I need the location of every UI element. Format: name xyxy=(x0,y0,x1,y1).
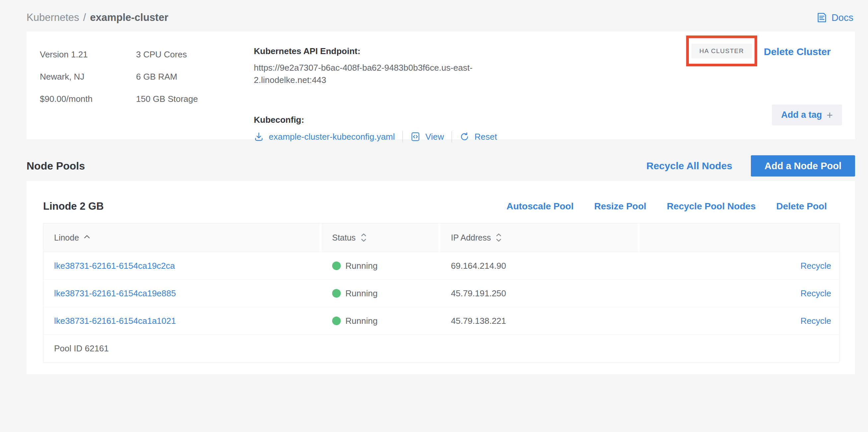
docs-label: Docs xyxy=(832,12,854,23)
table-row: lke38731-62161-6154ca19e885 Running 45.7… xyxy=(43,279,839,307)
status-dot xyxy=(332,316,341,325)
node-ip: 69.164.214.90 xyxy=(451,261,506,271)
breadcrumb: Kubernetes / example-cluster xyxy=(27,11,168,24)
status-text: Running xyxy=(345,261,378,271)
pool-name: Linode 2 GB xyxy=(43,200,104,212)
kubeconfig-label: Kubeconfig: xyxy=(254,115,497,125)
node-link[interactable]: lke38731-62161-6154ca19e885 xyxy=(54,288,176,299)
cluster-version: Version 1.21 xyxy=(40,43,93,66)
cluster-specs-column-2: 3 CPU Cores 6 GB RAM 150 GB Storage xyxy=(136,43,198,110)
status-dot xyxy=(332,261,341,270)
autoscale-pool-button[interactable]: Autoscale Pool xyxy=(506,201,574,212)
add-tag-label: Add a tag xyxy=(781,110,822,120)
ha-cluster-annotation-box: HA CLUSTER xyxy=(686,35,757,66)
api-endpoint-block: Kubernetes API Endpoint: https://9e2a730… xyxy=(254,46,501,86)
status-text: Running xyxy=(345,316,378,326)
divider xyxy=(452,131,452,142)
pool-id-footer: Pool ID 62161 xyxy=(43,335,839,362)
recycle-pool-nodes-button[interactable]: Recycle Pool Nodes xyxy=(667,201,756,212)
sort-chevrons-icon xyxy=(495,232,503,243)
recycle-all-nodes-button[interactable]: Recycle All Nodes xyxy=(646,160,732,172)
node-link[interactable]: lke38731-62161-6154ca1a1021 xyxy=(54,316,176,326)
node-pools-title: Node Pools xyxy=(27,160,85,172)
delete-cluster-button[interactable]: Delete Cluster xyxy=(764,46,831,57)
pool-actions: Autoscale Pool Resize Pool Recycle Pool … xyxy=(506,201,827,212)
docs-link[interactable]: Docs xyxy=(816,12,854,23)
recycle-node-button[interactable]: Recycle xyxy=(801,261,831,271)
view-code-icon xyxy=(410,132,421,142)
breadcrumb-kubernetes[interactable]: Kubernetes xyxy=(27,11,79,24)
kubeconfig-block: Kubeconfig: example-cluster-kubeconfig.y… xyxy=(254,115,497,142)
node-table: Linode Status IP Address xyxy=(43,223,839,363)
docs-icon xyxy=(816,12,828,23)
cluster-storage: 150 GB Storage xyxy=(136,88,198,110)
api-endpoint-label: Kubernetes API Endpoint: xyxy=(254,46,501,56)
table-row: lke38731-62161-6154ca1a1021 Running 45.7… xyxy=(43,307,839,335)
table-row: lke38731-62161-6154ca19c2ca Running 69.1… xyxy=(43,252,839,279)
node-ip: 45.79.191.250 xyxy=(451,288,506,299)
pool-id-text: Pool ID 62161 xyxy=(54,343,109,354)
sort-chevrons-icon xyxy=(360,232,368,243)
cluster-region: Newark, NJ xyxy=(40,66,93,88)
node-ip: 45.79.138.221 xyxy=(451,316,506,326)
reset-icon xyxy=(460,132,469,142)
column-header-status[interactable]: Status xyxy=(321,223,440,252)
delete-pool-button[interactable]: Delete Pool xyxy=(776,201,827,212)
download-icon xyxy=(254,132,264,142)
node-table-header: Linode Status IP Address xyxy=(43,223,839,252)
status-text: Running xyxy=(345,288,378,299)
pool-card-header: Linode 2 GB Autoscale Pool Resize Pool R… xyxy=(43,194,827,219)
recycle-node-button[interactable]: Recycle xyxy=(801,288,831,299)
add-tag-button[interactable]: Add a tag + xyxy=(772,104,842,125)
breadcrumb-cluster-name: example-cluster xyxy=(90,11,168,24)
status-dot xyxy=(332,289,341,298)
cluster-specs-column-1: Version 1.21 Newark, NJ $90.00/month xyxy=(40,43,93,110)
node-pool-card: Linode 2 GB Autoscale Pool Resize Pool R… xyxy=(27,181,855,374)
cluster-ram: 6 GB RAM xyxy=(136,66,198,88)
plus-icon: + xyxy=(827,110,833,120)
breadcrumb-separator: / xyxy=(83,11,86,24)
caret-up-icon xyxy=(83,234,91,239)
add-node-pool-button[interactable]: Add a Node Pool xyxy=(751,155,855,177)
ha-cluster-badge: HA CLUSTER xyxy=(691,44,752,58)
kubeconfig-download-link[interactable]: example-cluster-kubeconfig.yaml xyxy=(269,132,395,142)
cluster-price: $90.00/month xyxy=(40,88,93,110)
column-header-ip[interactable]: IP Address xyxy=(440,223,640,252)
recycle-node-button[interactable]: Recycle xyxy=(801,316,831,326)
column-header-linode[interactable]: Linode xyxy=(43,223,321,252)
column-header-actions xyxy=(640,223,839,252)
kubeconfig-view-link[interactable]: View xyxy=(425,132,444,142)
divider xyxy=(402,131,403,142)
resize-pool-button[interactable]: Resize Pool xyxy=(594,201,646,212)
kubeconfig-reset-link[interactable]: Reset xyxy=(474,132,497,142)
node-pools-header: Node Pools Recycle All Nodes Add a Node … xyxy=(27,151,855,181)
node-link[interactable]: lke38731-62161-6154ca19c2ca xyxy=(54,261,175,271)
cluster-cpu: 3 CPU Cores xyxy=(136,43,198,66)
top-bar: Kubernetes / example-cluster Docs xyxy=(27,9,854,27)
api-endpoint-url: https://9e2a7307-b6ac-408f-ba62-9483b0b3… xyxy=(254,62,501,86)
cluster-summary-card: Version 1.21 Newark, NJ $90.00/month 3 C… xyxy=(27,32,855,140)
